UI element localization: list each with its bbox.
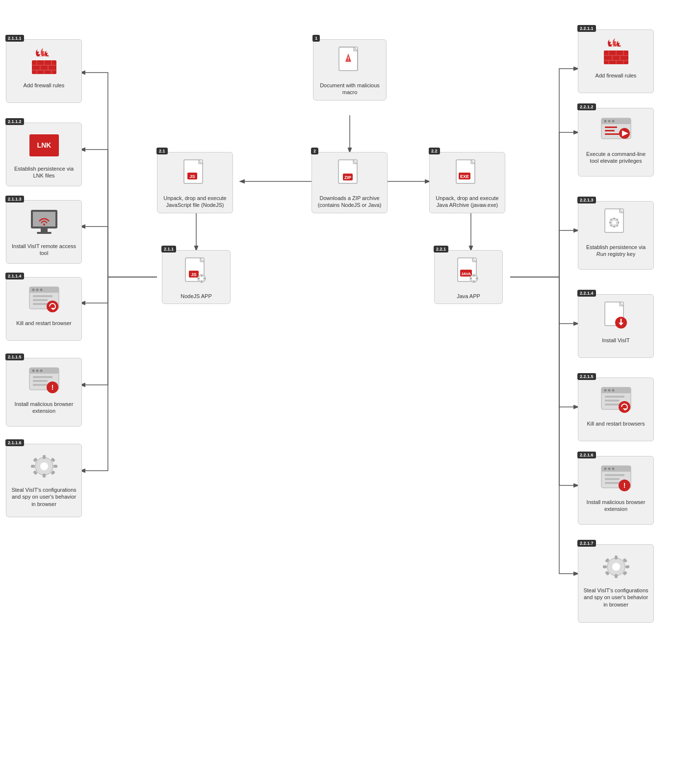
svg-point-72	[32, 370, 34, 372]
svg-rect-58	[37, 232, 52, 234]
svg-text:LNK: LNK	[37, 141, 51, 149]
svg-rect-150	[615, 556, 618, 559]
label-2115: Install malicious browser extension	[10, 401, 78, 415]
diagram-container: 1 ! Document with malicious macro 2 ZIP	[0, 0, 700, 784]
badge-2116: 2.1.1.6	[5, 439, 24, 446]
svg-point-73	[36, 370, 38, 372]
svg-point-130	[604, 389, 606, 392]
node-2: 2 ZIP Downloads a ZIP archive (contains …	[311, 152, 388, 213]
icon-area-2: ZIP	[330, 157, 369, 192]
label-2114: Kill and restart browser	[16, 320, 72, 327]
svg-point-59	[43, 224, 45, 226]
badge-2214: 2.2.1.4	[577, 290, 596, 297]
label-2213: Establish persistence via Run registry k…	[582, 244, 649, 258]
svg-rect-82	[43, 455, 46, 459]
icon-area-2217	[596, 550, 636, 584]
node-211: 2.1.1 JS NodeJS APP	[162, 250, 231, 304]
svg-text:ZIP: ZIP	[344, 175, 351, 180]
svg-point-140	[604, 468, 606, 470]
node-2214: 2.2.1.4 Install VisIT	[578, 294, 654, 358]
badge-2217: 2.2.1.7	[577, 540, 596, 547]
node-2213: 2.2.1.3 Establish persistence via Run re…	[578, 201, 654, 270]
icon-area-2216: !	[596, 461, 636, 496]
svg-rect-133	[605, 396, 624, 398]
badge-1: 1	[312, 35, 320, 42]
badge-21: 2.1	[156, 148, 168, 154]
svg-text:JS: JS	[189, 174, 195, 179]
svg-point-68	[47, 301, 58, 312]
label-2211: Add firewall rules	[596, 72, 637, 79]
label-2215: Kill and restart browsers	[587, 420, 645, 427]
icon-area-22: EXE	[448, 157, 487, 192]
label-2112: Establish persistence via LNK files	[10, 165, 78, 179]
node-2113: 2.1.1.3 Install VisIT remote access tool	[6, 200, 82, 264]
badge-2112: 2.1.1.2	[5, 118, 24, 125]
icon-area-1: !	[330, 45, 369, 79]
svg-point-149	[612, 563, 620, 571]
svg-rect-108	[605, 133, 620, 135]
badge-221: 2.2.1	[434, 246, 448, 253]
label-2116: Steal VisIT's configurations and spy on …	[10, 486, 78, 507]
badge-2: 2	[311, 148, 318, 154]
node-221: 2.2.1 JAVA Java APP	[434, 250, 503, 304]
label-211: NodeJS APP	[181, 293, 212, 300]
svg-text:!: !	[51, 383, 53, 391]
svg-rect-143	[605, 474, 624, 476]
badge-2212: 2.2.1.2	[577, 103, 596, 110]
svg-rect-66	[33, 299, 48, 301]
icon-area-2114	[25, 282, 64, 317]
icon-area-2116	[25, 449, 64, 483]
svg-point-104	[608, 120, 610, 123]
icon-area-211: JS	[177, 255, 216, 290]
node-2212: 2.2.1.2 Execute a command-line tool elev…	[578, 108, 654, 177]
badge-2211: 2.2.1.1	[577, 25, 596, 32]
icon-area-2215	[596, 383, 636, 417]
badge-2113: 2.1.1.3	[5, 196, 24, 202]
badge-2114: 2.1.1.4	[5, 273, 24, 279]
badge-2216: 2.2.1.6	[577, 452, 596, 458]
svg-rect-144	[605, 478, 620, 480]
svg-point-132	[612, 389, 614, 392]
badge-2215: 2.2.1.5	[577, 373, 596, 380]
svg-point-81	[40, 462, 48, 470]
label-221: Java APP	[457, 293, 480, 300]
icon-area-2212	[596, 113, 636, 148]
label-2216: Install malicious browser extension	[582, 499, 649, 513]
svg-text:JS: JS	[191, 272, 196, 277]
svg-rect-83	[43, 474, 46, 478]
svg-point-64	[40, 289, 42, 291]
badge-22: 2.2	[429, 148, 440, 154]
svg-point-74	[40, 370, 42, 372]
svg-rect-151	[615, 574, 618, 578]
svg-point-136	[619, 401, 630, 413]
svg-point-131	[608, 389, 610, 392]
svg-point-27	[200, 277, 204, 280]
icon-area-2112: LNK	[25, 128, 64, 162]
icon-area-2111	[25, 45, 64, 79]
node-2215: 2.2.1.5 Kill and restart browsers	[578, 378, 654, 441]
label-2212: Execute a command-line tool elevate priv…	[582, 151, 649, 165]
node-2114: 2.1.1.4 Kill and restart browser	[6, 277, 82, 341]
badge-2115: 2.1.1.5	[5, 354, 24, 360]
svg-rect-57	[41, 228, 48, 232]
svg-rect-106	[605, 126, 617, 128]
svg-point-63	[36, 289, 38, 291]
svg-text:JAVA: JAVA	[461, 272, 470, 276]
svg-rect-75	[33, 376, 52, 378]
node-2111: 2.1.1.1	[6, 39, 82, 103]
svg-rect-65	[33, 295, 52, 297]
label-2111: Add firewall rules	[24, 82, 65, 89]
svg-point-105	[612, 120, 614, 123]
svg-rect-153	[625, 565, 629, 568]
svg-text:!: !	[623, 481, 625, 489]
svg-text:!: !	[347, 56, 349, 62]
node-2115: 2.1.1.5 ! Install malicious browser exte…	[6, 358, 82, 427]
svg-point-62	[32, 289, 34, 291]
node-2116: 2.1.1.6 Steal VisIT's configurations and…	[6, 444, 82, 517]
node-2216: 2.2.1.6 ! Install malicious browser exte…	[578, 456, 654, 525]
icon-area-2214	[596, 300, 636, 334]
svg-rect-107	[605, 130, 615, 131]
label-22: Unpack, drop and execute Java ARchive (j…	[434, 195, 501, 209]
svg-point-114	[612, 221, 616, 225]
label-2214: Install VisIT	[602, 337, 630, 344]
